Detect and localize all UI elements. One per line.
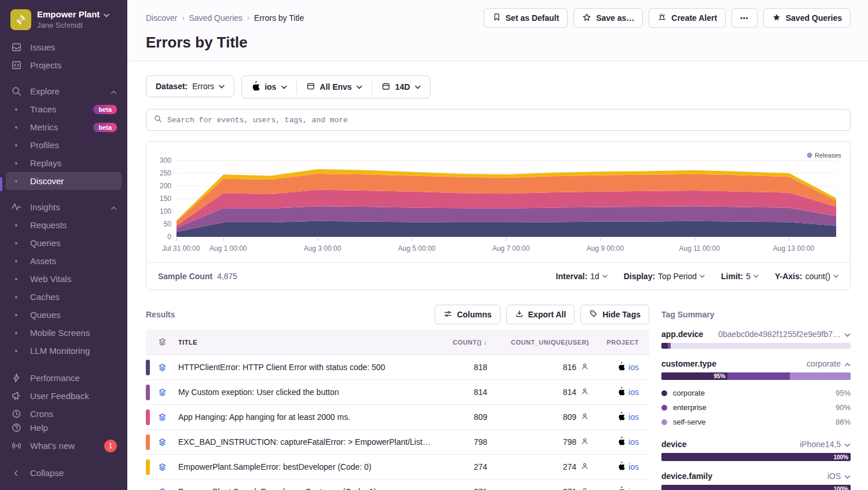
sidebar-item-llm-monitoring[interactable]: •LLM Monitoring bbox=[6, 342, 122, 360]
project-link[interactable]: ios bbox=[628, 387, 639, 397]
tag-icon bbox=[589, 309, 598, 320]
collapse-sidebar-button[interactable]: Collapse bbox=[6, 464, 122, 482]
event-title-link[interactable]: My Custom exeption: User clicked the but… bbox=[178, 387, 432, 397]
tag-header[interactable]: device.family iOS bbox=[661, 471, 851, 481]
tag-key: device.family bbox=[661, 471, 712, 481]
sidebar-item-web-vitals[interactable]: •Web Vitals bbox=[6, 270, 122, 288]
sidebar-item-performance[interactable]: Performance bbox=[6, 369, 122, 387]
search-input[interactable] bbox=[167, 116, 843, 125]
column-count[interactable]: COUNT()↓ bbox=[432, 338, 487, 346]
column-title[interactable]: TITLE bbox=[178, 339, 432, 346]
stack-icon[interactable] bbox=[146, 462, 178, 472]
display-selector[interactable]: Display:Top Period bbox=[624, 272, 705, 281]
project-link[interactable]: ios bbox=[628, 462, 639, 471]
tag-header[interactable]: customer.type corporate bbox=[661, 359, 851, 368]
table-row[interactable]: HTTPClientError: HTTP Client Error with … bbox=[146, 355, 649, 380]
event-title-link[interactable]: App Hanging: App hanging for at least 20… bbox=[178, 412, 432, 422]
yaxis-selector[interactable]: Y-Axis:count() bbox=[775, 272, 838, 281]
interval-selector[interactable]: Interval:1d bbox=[556, 272, 608, 281]
sidebar-item-insights[interactable]: Insights bbox=[6, 198, 122, 216]
tag-distribution-bar[interactable]: 95% bbox=[661, 372, 851, 380]
more-options-button[interactable]: ••• bbox=[731, 8, 757, 28]
org-switcher[interactable]: Empower Plant Jane Schmidt bbox=[0, 7, 127, 38]
table-row[interactable]: EXC_BAD_INSTRUCTION: captureFatalError: … bbox=[146, 430, 649, 455]
table-row[interactable]: App Hanging: App hanging for at least 20… bbox=[146, 405, 649, 430]
breadcrumb-discover[interactable]: Discover bbox=[146, 13, 177, 23]
sidebar-item-label: Caches bbox=[30, 292, 117, 302]
sidebar-item-label: Profiles bbox=[30, 140, 117, 150]
stack-icon[interactable] bbox=[146, 437, 178, 447]
bullet-icon: • bbox=[10, 105, 22, 114]
set-as-default-button[interactable]: Set as Default bbox=[484, 8, 568, 28]
svg-text:Aug 13 00:00: Aug 13 00:00 bbox=[773, 244, 815, 253]
bullet-icon: • bbox=[10, 159, 22, 168]
stack-icon[interactable] bbox=[146, 412, 178, 422]
table-row[interactable]: EmpowerPlant.SampleError: happyCustomer … bbox=[146, 480, 649, 490]
tag-value-row[interactable]: enterprise 90% bbox=[661, 400, 851, 415]
columns-button[interactable]: Columns bbox=[435, 305, 501, 324]
sidebar-item-projects[interactable]: Projects bbox=[6, 56, 122, 74]
sidebar-item-traces[interactable]: •Tracesbeta bbox=[6, 100, 122, 118]
sidebar-item-crons[interactable]: Crons bbox=[6, 405, 122, 419]
event-title-link[interactable]: EXC_BAD_INSTRUCTION: captureFatalError: … bbox=[178, 437, 432, 447]
save-as-button[interactable]: Save as… bbox=[573, 8, 643, 28]
stack-icon[interactable] bbox=[146, 387, 178, 397]
hide-tags-button[interactable]: Hide Tags bbox=[580, 305, 649, 324]
limit-selector[interactable]: Limit:5 bbox=[721, 272, 759, 281]
project-link[interactable]: ios bbox=[628, 487, 639, 490]
project-cell: ios bbox=[589, 487, 649, 490]
sidebar-item-queues[interactable]: •Queues bbox=[6, 306, 122, 324]
column-count-unique[interactable]: COUNT_UNIQUE(USER) bbox=[487, 339, 589, 346]
sliders-icon bbox=[443, 309, 453, 320]
table-row[interactable]: My Custom exeption: User clicked the but… bbox=[146, 380, 649, 405]
sidebar-item-profiles[interactable]: •Profiles bbox=[6, 136, 122, 154]
sidebar-item-explore[interactable]: Explore bbox=[6, 82, 122, 100]
sidebar-item-replays[interactable]: •Replays bbox=[6, 154, 122, 172]
event-title-link[interactable]: HTTPClientError: HTTP Client Error with … bbox=[178, 363, 432, 372]
tag-distribution-bar[interactable]: 100% bbox=[661, 485, 851, 490]
sidebar-item-caches[interactable]: •Caches bbox=[6, 288, 122, 306]
sidebar-item-discover[interactable]: •Discover bbox=[6, 172, 122, 190]
tag-bar-segment: 100% bbox=[661, 453, 851, 461]
project-filter[interactable]: ios bbox=[242, 76, 296, 98]
event-title-link[interactable]: EmpowerPlant.SampleError: happyCustomer … bbox=[178, 487, 432, 490]
tag-header[interactable]: app.device 0baebc0de4982f1255f2e9e9fb7… bbox=[661, 330, 851, 339]
table-row[interactable]: EmpowerPlant.SampleError: bestDeveloper … bbox=[146, 455, 649, 480]
sidebar-item-mobile-screens[interactable]: •Mobile Screens bbox=[6, 324, 122, 342]
tag-bar-segment: 95% bbox=[661, 372, 727, 380]
sidebar-item-user-feedback[interactable]: User Feedback bbox=[6, 387, 122, 405]
tag-header[interactable]: device iPhone14,5 bbox=[661, 440, 851, 449]
create-alert-button[interactable]: Create Alert bbox=[649, 8, 726, 28]
project-link[interactable]: ios bbox=[628, 437, 639, 447]
sidebar-item-requests[interactable]: •Requests bbox=[6, 216, 122, 234]
dataset-selector[interactable]: Dataset: Errors bbox=[146, 75, 234, 97]
sidebar-item-issues[interactable]: Issues bbox=[6, 38, 122, 56]
column-project[interactable]: PROJECT bbox=[589, 339, 649, 346]
chevron-down-icon bbox=[844, 330, 851, 339]
project-link[interactable]: ios bbox=[628, 363, 639, 372]
sidebar-item-what-s-new[interactable]: What's new1 bbox=[6, 437, 122, 455]
tag-distribution-bar[interactable]: 100% bbox=[661, 453, 851, 461]
stacked-area-chart[interactable]: 050100150200250300Jul 31 00:00Aug 1 00:0… bbox=[146, 142, 850, 262]
export-all-button[interactable]: Export All bbox=[506, 305, 575, 324]
stack-icon[interactable] bbox=[146, 363, 178, 372]
sidebar-item-label: Discover bbox=[30, 176, 117, 186]
sidebar-item-queries[interactable]: •Queries bbox=[6, 234, 122, 252]
tag-value-row[interactable]: self-serve 86% bbox=[661, 415, 851, 429]
project-link[interactable]: ios bbox=[628, 412, 639, 422]
stack-column-icon bbox=[146, 337, 178, 347]
feedback-icon bbox=[10, 390, 22, 402]
breadcrumb-saved-queries[interactable]: Saved Queries bbox=[189, 13, 242, 23]
tag-distribution-bar[interactable] bbox=[661, 343, 851, 349]
sidebar-item-metrics[interactable]: •Metricsbeta bbox=[6, 118, 122, 136]
stack-icon[interactable] bbox=[146, 487, 178, 490]
date-range-filter[interactable]: 14D bbox=[372, 76, 430, 98]
tag-section-app-device: app.device 0baebc0de4982f1255f2e9e9fb7… bbox=[661, 330, 851, 349]
tag-value-row[interactable]: corporate 95% bbox=[661, 386, 851, 400]
event-title-link[interactable]: EmpowerPlant.SampleError: bestDeveloper … bbox=[178, 462, 432, 471]
environment-filter[interactable]: All Envs bbox=[297, 76, 372, 98]
saved-queries-button[interactable]: Saved Queries bbox=[763, 8, 851, 28]
sidebar-item-assets[interactable]: •Assets bbox=[6, 252, 122, 270]
sidebar-item-help[interactable]: Help bbox=[6, 419, 122, 437]
tag-section-device-family: device.family iOS 100% bbox=[661, 471, 851, 490]
